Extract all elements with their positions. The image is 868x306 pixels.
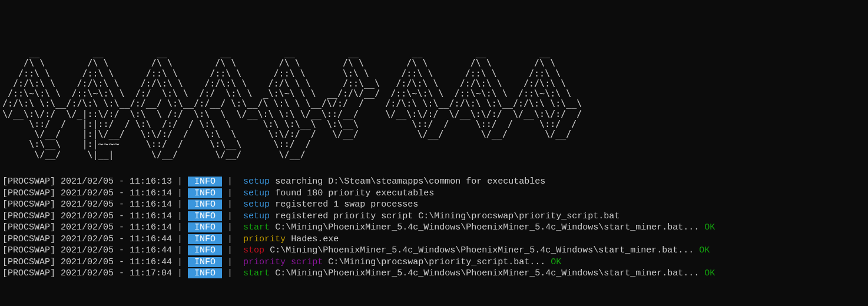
ascii-banner: __ __ __ __ __ __ __ __ __ /\ \ /\ \ /\ … xyxy=(2,48,866,160)
separator: | xyxy=(222,245,243,255)
separator: | xyxy=(222,188,243,198)
log-message: found 180 priority executables xyxy=(275,188,434,198)
log-message: searching D:\Steam\steamapps\common for … xyxy=(275,177,545,187)
log-category: stop xyxy=(243,245,264,255)
log-line: [PROCSWAP] 2021/02/05 - 11:16:44 | INFO … xyxy=(2,257,866,268)
log-timestamp: 2021/02/05 - 11:16:14 xyxy=(61,211,172,221)
log-category: start xyxy=(243,268,270,278)
log-timestamp: 2021/02/05 - 11:16:44 xyxy=(61,257,172,267)
log-status-ok: OK xyxy=(704,222,715,232)
log-level-info: INFO xyxy=(188,257,222,267)
separator: | xyxy=(172,257,188,267)
log-timestamp: 2021/02/05 - 11:16:14 xyxy=(61,188,172,198)
log-message: Hades.exe xyxy=(291,234,339,244)
separator: | xyxy=(172,234,188,244)
separator: | xyxy=(172,245,188,255)
log-category: setup xyxy=(243,199,270,209)
log-status-ok: OK xyxy=(704,268,715,278)
log-category: start xyxy=(243,222,270,232)
log-prefix: [PROCSWAP] xyxy=(2,177,55,187)
separator: | xyxy=(222,268,243,278)
log-line: [PROCSWAP] 2021/02/05 - 11:16:14 | INFO … xyxy=(2,199,866,211)
log-level-info: INFO xyxy=(188,211,222,221)
log-prefix: [PROCSWAP] xyxy=(2,199,55,209)
log-message: C:\Mining\PhoenixMiner_5.4c_Windows\Phoe… xyxy=(275,222,699,232)
log-category: setup xyxy=(243,177,270,187)
log-line: [PROCSWAP] 2021/02/05 - 11:16:44 | INFO … xyxy=(2,234,866,245)
separator: | xyxy=(172,222,188,232)
log-level-info: INFO xyxy=(188,177,222,187)
log-line: [PROCSWAP] 2021/02/05 - 11:16:44 | INFO … xyxy=(2,245,866,257)
separator: | xyxy=(222,257,243,267)
log-prefix: [PROCSWAP] xyxy=(2,234,55,244)
log-category: priority xyxy=(243,234,286,244)
log-timestamp: 2021/02/05 - 11:16:44 xyxy=(61,234,172,244)
log-level-info: INFO xyxy=(188,199,222,209)
log-timestamp: 2021/02/05 - 11:17:04 xyxy=(61,268,172,278)
log-prefix: [PROCSWAP] xyxy=(2,268,55,278)
log-category: setup xyxy=(243,211,270,221)
log-line: [PROCSWAP] 2021/02/05 - 11:16:14 | INFO … xyxy=(2,211,866,222)
separator: | xyxy=(222,222,243,232)
log-status-ok: OK xyxy=(551,257,561,267)
log-category: setup xyxy=(243,188,270,198)
log-prefix: [PROCSWAP] xyxy=(2,211,55,221)
log-line: [PROCSWAP] 2021/02/05 - 11:16:13 | INFO … xyxy=(2,176,866,188)
log-output: [PROCSWAP] 2021/02/05 - 11:16:13 | INFO … xyxy=(2,176,866,280)
log-prefix: [PROCSWAP] xyxy=(2,257,55,267)
log-prefix: [PROCSWAP] xyxy=(2,245,55,255)
log-level-info: INFO xyxy=(188,245,222,255)
log-level-info: INFO xyxy=(188,268,222,278)
separator: | xyxy=(172,188,188,198)
separator: | xyxy=(172,177,188,187)
log-timestamp: 2021/02/05 - 11:16:14 xyxy=(61,222,172,232)
separator: | xyxy=(222,234,243,244)
separator: | xyxy=(172,268,188,278)
log-line: [PROCSWAP] 2021/02/05 - 11:16:14 | INFO … xyxy=(2,188,866,199)
separator: | xyxy=(172,211,188,221)
log-line: [PROCSWAP] 2021/02/05 - 11:17:04 | INFO … xyxy=(2,268,866,280)
log-timestamp: 2021/02/05 - 11:16:14 xyxy=(61,199,172,209)
log-prefix: [PROCSWAP] xyxy=(2,188,55,198)
separator: | xyxy=(172,199,188,209)
separator: | xyxy=(222,211,243,221)
log-message: C:\Mining\PhoenixMiner_5.4c_Windows\Phoe… xyxy=(275,268,699,278)
log-prefix: [PROCSWAP] xyxy=(2,222,55,232)
log-message: C:\Mining\procswap\priority_script.bat..… xyxy=(328,257,545,267)
log-level-info: INFO xyxy=(188,222,222,232)
log-status-ok: OK xyxy=(699,245,710,255)
log-message: registered priority script C:\Mining\pro… xyxy=(275,211,619,221)
log-message: registered 1 swap processes xyxy=(275,199,418,209)
log-level-info: INFO xyxy=(188,188,222,198)
log-message: C:\Mining\PhoenixMiner_5.4c_Windows\Phoe… xyxy=(270,245,694,255)
log-timestamp: 2021/02/05 - 11:16:13 xyxy=(61,177,172,187)
separator: | xyxy=(222,199,243,209)
log-level-info: INFO xyxy=(188,234,222,244)
separator: | xyxy=(222,177,243,187)
log-line: [PROCSWAP] 2021/02/05 - 11:16:14 | INFO … xyxy=(2,222,866,234)
log-timestamp: 2021/02/05 - 11:16:44 xyxy=(61,245,172,255)
log-category: priority script xyxy=(243,257,323,267)
